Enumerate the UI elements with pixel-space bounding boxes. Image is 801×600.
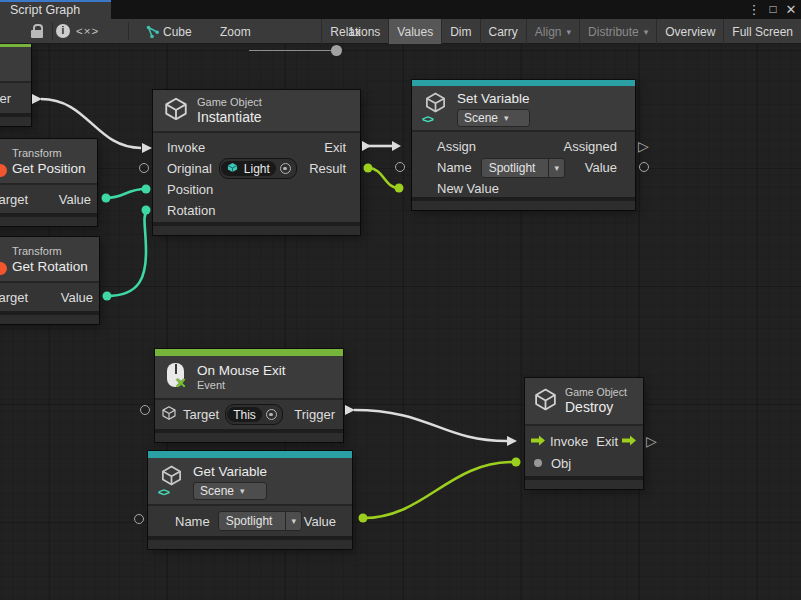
node-subtitle: Event bbox=[197, 379, 286, 392]
info-icon[interactable]: i bbox=[56, 24, 70, 38]
node-get-position[interactable]: Transform Get Position Target Value bbox=[0, 139, 97, 226]
zoom-label: Zoom bbox=[220, 25, 251, 39]
variable-brackets-icon: <> bbox=[158, 486, 169, 498]
node-destroy[interactable]: Game Object Destroy Invoke Exit Obj bbox=[525, 378, 643, 489]
values-button[interactable]: Values bbox=[388, 19, 441, 44]
instantiate-invoke-port-label: Invoke bbox=[167, 140, 205, 155]
mouse-exit-trigger-port-label: Trigger bbox=[294, 407, 335, 422]
variable-name-value: Spotlight bbox=[482, 161, 543, 175]
carry-button[interactable]: Carry bbox=[480, 19, 526, 44]
get-position-value-port-label: Value bbox=[59, 192, 91, 207]
instantiate-result-port-label: Result bbox=[309, 161, 346, 176]
close-icon[interactable]: ✕ bbox=[783, 1, 799, 18]
node-title: Destroy bbox=[565, 399, 627, 416]
node-category: Transform bbox=[12, 245, 88, 258]
script-graph-window: Trigger Transform Get Position Target Va… bbox=[0, 0, 801, 600]
variable-scope-dropdown[interactable]: Scene ▾ bbox=[193, 482, 267, 500]
node-get-rotation[interactable]: Transform Get Rotation Target Value bbox=[0, 237, 99, 324]
set-variable-assigned-output-port[interactable]: ▷ bbox=[638, 140, 649, 152]
flow-arrow-green-icon bbox=[622, 434, 637, 449]
unity-variable-icon: <> bbox=[422, 91, 449, 125]
tab-script-graph[interactable]: Script Graph bbox=[0, 0, 111, 19]
toolbar-buttons: Relations Values Dim Carry Align▾ Distri… bbox=[321, 19, 801, 44]
node-set-variable[interactable]: <> Set Variable Scene ▾ Assign Assigned … bbox=[412, 80, 635, 210]
set-variable-assign-port-label: Assign bbox=[437, 139, 476, 154]
destroy-exit-port-label: Exit bbox=[596, 434, 618, 449]
original-object-value: Light bbox=[244, 162, 270, 176]
node-get-variable[interactable]: <> Get Variable Scene ▾ Name Spotlight ▾… bbox=[148, 451, 352, 549]
full-screen-button[interactable]: Full Screen bbox=[723, 19, 801, 44]
variable-brackets-icon: <> bbox=[422, 113, 433, 125]
node-category: Game Object bbox=[565, 386, 627, 399]
node-category: Transform bbox=[12, 147, 86, 160]
node-footer bbox=[0, 116, 31, 126]
chevron-down-icon: ▾ bbox=[240, 486, 245, 496]
maximize-icon[interactable]: □ bbox=[765, 1, 781, 18]
variable-name-dropdown[interactable]: Spotlight ▾ bbox=[481, 158, 565, 178]
dim-button[interactable]: Dim bbox=[441, 19, 479, 44]
chevron-down-icon: ▾ bbox=[554, 163, 559, 173]
node-title: Get Rotation bbox=[12, 258, 88, 275]
get-position-target-port-label: Target bbox=[0, 192, 28, 207]
object-picker-icon[interactable] bbox=[280, 163, 291, 174]
flow-arrow-green-icon bbox=[531, 434, 546, 449]
set-variable-new-value-port-label: New Value bbox=[437, 181, 499, 196]
transform-icon bbox=[0, 164, 7, 177]
set-variable-assigned-port-label: Assigned bbox=[564, 139, 617, 154]
variable-scope-dropdown[interactable]: Scene ▾ bbox=[457, 109, 530, 127]
game-object-teal-cube-icon bbox=[227, 162, 238, 176]
node-footer bbox=[0, 314, 99, 324]
graph-node-icon bbox=[146, 25, 160, 43]
offscreen-event-trigger-port-label: Trigger bbox=[0, 91, 11, 106]
zoom-slider-handle[interactable] bbox=[331, 45, 342, 56]
variable-scope-value: Scene bbox=[464, 111, 498, 125]
node-title: Get Variable bbox=[193, 463, 267, 480]
variable-color-bar bbox=[148, 451, 352, 458]
mouse-exit-target-port-label: Target bbox=[183, 407, 219, 422]
destroy-invoke-port-label: Invoke bbox=[550, 434, 588, 449]
align-dropdown-button[interactable]: Align▾ bbox=[526, 19, 579, 44]
target-object-value: This bbox=[233, 408, 256, 422]
node-footer bbox=[412, 200, 635, 210]
original-object-field[interactable]: Light bbox=[219, 158, 297, 179]
object-picker-icon[interactable] bbox=[266, 409, 277, 420]
relations-button[interactable]: Relations bbox=[321, 19, 388, 44]
node-on-mouse-exit[interactable]: ✕ On Mouse Exit Event Target This Trigge… bbox=[155, 349, 343, 442]
cube-icon bbox=[161, 405, 177, 424]
graph-canvas[interactable] bbox=[0, 44, 801, 600]
chevron-down-icon: ▾ bbox=[567, 27, 572, 37]
set-variable-name-port-label: Name bbox=[437, 160, 472, 175]
node-offscreen-event[interactable]: Trigger bbox=[0, 43, 31, 126]
chevron-down-icon: ▾ bbox=[291, 516, 296, 526]
variable-scope-value: Scene bbox=[200, 484, 234, 498]
destroy-obj-port-label: Obj bbox=[551, 456, 571, 471]
node-title: Get Position bbox=[12, 160, 86, 177]
node-footer bbox=[155, 432, 343, 442]
offscreen-event-header bbox=[0, 47, 31, 81]
instantiate-original-input-port[interactable] bbox=[139, 163, 149, 173]
overview-button[interactable]: Overview bbox=[656, 19, 723, 44]
node-category: Game Object bbox=[197, 96, 262, 109]
mouse-exit-icon: ✕ bbox=[165, 363, 189, 391]
node-instantiate[interactable]: Game Object Instantiate Invoke Exit Orig… bbox=[153, 90, 360, 235]
window-menu-icon[interactable]: ⋮ bbox=[747, 1, 761, 18]
tab-bar: Script Graph ⋮ □ ✕ bbox=[0, 0, 801, 19]
set-variable-value-output-port[interactable] bbox=[639, 162, 649, 172]
target-object-field[interactable]: This bbox=[225, 404, 283, 425]
graph-name-label: Cube bbox=[163, 25, 192, 39]
distribute-dropdown-button[interactable]: Distribute▾ bbox=[579, 19, 656, 44]
chevron-down-icon: ▾ bbox=[644, 27, 649, 37]
get-rotation-value-port-label: Value bbox=[61, 290, 93, 305]
zoom-slider-track[interactable] bbox=[249, 50, 338, 51]
node-footer bbox=[148, 539, 352, 549]
variable-name-dropdown[interactable]: Spotlight ▾ bbox=[218, 511, 302, 531]
get-variable-name-input-port[interactable] bbox=[134, 514, 144, 524]
code-view-icon[interactable]: <×> bbox=[76, 24, 99, 39]
node-title: Instantiate bbox=[197, 109, 262, 126]
cube-icon bbox=[163, 96, 189, 126]
mouse-exit-self-input-port[interactable] bbox=[140, 405, 150, 415]
set-variable-value-port-label: Value bbox=[585, 160, 617, 175]
set-variable-name-input-port[interactable] bbox=[395, 162, 405, 172]
instantiate-rotation-port-label: Rotation bbox=[167, 203, 215, 218]
destroy-exit-output-port[interactable]: ▷ bbox=[646, 435, 657, 447]
